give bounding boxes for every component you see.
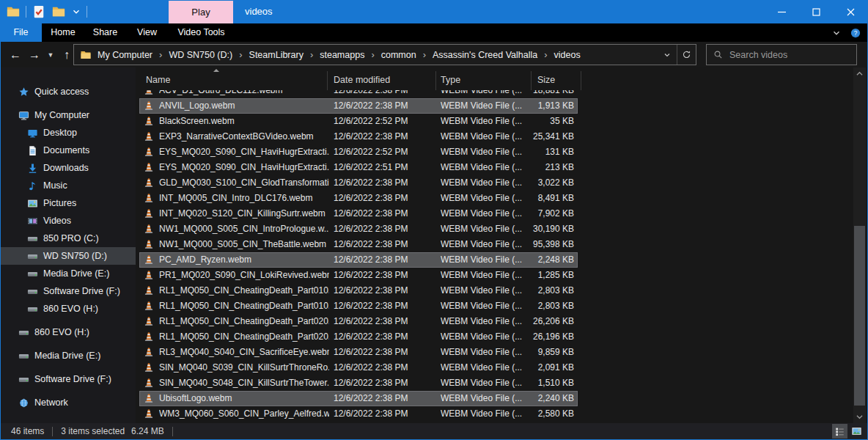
file-size: 1,913 KB: [506, 98, 574, 114]
breadcrumb-item[interactable]: SteamLibrary: [248, 50, 305, 60]
sidebar-item-860-evo-h[interactable]: 860 EVO (H:): [1, 323, 136, 341]
breadcrumb-item[interactable]: My Computer: [96, 50, 154, 60]
breadcrumb-separator-icon[interactable]: ›: [539, 49, 552, 60]
forward-arrow-icon[interactable]: →: [25, 42, 44, 67]
vertical-scrollbar[interactable]: [853, 67, 866, 423]
check-doc-icon[interactable]: [32, 4, 46, 20]
sidebar-item-label: Media Drive (E:): [34, 351, 100, 361]
folder-icon[interactable]: [6, 4, 21, 20]
sidebar-item-wd-sn750-d[interactable]: WD SN750 (D:): [1, 247, 136, 265]
sidebar-item-my-computer[interactable]: My Computer: [1, 106, 136, 124]
drive-icon: [18, 351, 29, 362]
sidebar-item-downloads[interactable]: Downloads: [1, 159, 136, 177]
folder-icon[interactable]: [51, 4, 66, 20]
address-bar[interactable]: My Computer›WD SN750 (D:)›SteamLibrary›s…: [73, 44, 696, 65]
file-row[interactable]: RL1_MQ050_CIN_CheatingDeath_Part020...12…: [139, 329, 578, 345]
file-row[interactable]: SIN_MQ040_S048_CIN_KillSurtrTheTower....…: [139, 375, 578, 391]
column-header-size[interactable]: Size: [532, 71, 581, 90]
tab-file[interactable]: File: [0, 23, 42, 42]
breadcrumb-separator-icon[interactable]: ›: [234, 49, 247, 60]
file-row[interactable]: WM3_MQ060_S060_CIN_Parley_Aelfred.w...12…: [139, 406, 578, 422]
file-row[interactable]: PC_AMD_Ryzen.webm12/6/2022 2:38 PMWEBM V…: [139, 252, 578, 268]
ribbon-collapse-chevron-icon[interactable]: [831, 28, 842, 38]
sidebar-item-860-evo-h[interactable]: 860 EVO (H:): [1, 300, 136, 318]
qat-customize-chevron-icon[interactable]: [71, 4, 81, 20]
search-box[interactable]: [706, 44, 857, 65]
scrollbar-thumb[interactable]: [854, 226, 865, 406]
sort-ascending-icon[interactable]: [213, 69, 219, 72]
file-row[interactable]: RL1_MQ050_CIN_CheatingDeath_Part010...12…: [139, 298, 578, 314]
file-row[interactable]: PR1_MQ020_S090_CIN_LokiRevived.webm12/6/…: [139, 268, 578, 283]
scroll-down-icon[interactable]: [853, 411, 866, 423]
maximize-button[interactable]: [799, 0, 834, 23]
tab-view[interactable]: View: [126, 23, 168, 42]
tab-share[interactable]: Share: [84, 23, 126, 42]
breadcrumb-separator-icon[interactable]: ›: [154, 49, 167, 60]
refresh-icon[interactable]: [677, 45, 696, 65]
selection-size: 6.24 MB: [131, 426, 164, 436]
file-row[interactable]: EYS_MQ020_S090_CIN_HaviHugrExtracti...12…: [139, 160, 578, 175]
breadcrumb-separator-icon[interactable]: ›: [366, 49, 379, 60]
file-row[interactable]: RL1_MQ050_CIN_CheatingDeath_Part020...12…: [139, 314, 578, 329]
file-row[interactable]: EXP3_NarrativeContextBGVideo.webm12/6/20…: [139, 129, 578, 144]
sidebar-item-label: Software Drive (F:): [43, 286, 120, 296]
minimize-button[interactable]: [765, 0, 799, 23]
sidebar-item-software-drive-f[interactable]: Software Drive (F:): [1, 282, 136, 300]
sidebar-item-label: Network: [34, 397, 68, 408]
file-date-modified: 12/6/2022 2:38 PM: [334, 360, 438, 375]
sidebar-item-network[interactable]: Network: [1, 394, 136, 411]
sidebar-item-label: WD SN750 (D:): [43, 251, 107, 261]
tab-video-tools[interactable]: Video Tools: [168, 23, 235, 42]
sidebar-item-quick-access[interactable]: Quick access: [1, 83, 136, 100]
address-dropdown-chevron-icon[interactable]: [658, 45, 677, 65]
star-icon: [18, 87, 29, 98]
file-row[interactable]: UbisoftLogo.webm12/6/2022 2:38 PMWEBM Vi…: [139, 391, 578, 406]
file-row[interactable]: SIN_MQ040_S039_CIN_KillSurtrThroneRo...1…: [139, 360, 578, 375]
column-header-date-modified[interactable]: Date modified: [328, 71, 436, 90]
sidebar-item-videos[interactable]: Videos: [1, 212, 136, 230]
back-arrow-icon[interactable]: ←: [6, 42, 25, 67]
close-button[interactable]: [834, 0, 868, 23]
recent-locations-chevron-icon[interactable]: ▼: [44, 42, 57, 67]
file-row[interactable]: RL3_MQ040_S040_CIN_SacrificeEye.webm12/6…: [139, 345, 578, 360]
details-view-icon[interactable]: [832, 424, 847, 439]
scroll-up-icon[interactable]: [853, 67, 866, 80]
file-row[interactable]: INT_MQ005_CIN_Intro_DLC176.webm12/6/2022…: [139, 191, 578, 206]
file-row[interactable]: GLD_MQ030_S100_CIN_GlodTransformati...12…: [139, 175, 578, 191]
file-name: EXP3_NarrativeContextBGVideo.webm: [159, 129, 329, 144]
breadcrumb-item[interactable]: Assassin's Creed Valhalla: [431, 50, 539, 60]
vlc-cone-icon: [144, 100, 154, 111]
breadcrumb-separator-icon[interactable]: ›: [305, 49, 318, 60]
thumbnail-view-icon[interactable]: [849, 424, 864, 439]
sidebar-item-music[interactable]: Music: [1, 177, 136, 194]
sidebar-item-850-pro-c[interactable]: 850 PRO (C:): [1, 230, 136, 247]
breadcrumb-item[interactable]: videos: [553, 50, 582, 60]
file-row[interactable]: ANVIL_Logo.webm12/6/2022 2:38 PMWEBM Vid…: [139, 98, 578, 114]
sidebar-item-desktop[interactable]: Desktop: [1, 124, 136, 142]
breadcrumb-item[interactable]: common: [380, 50, 418, 60]
file-row[interactable]: EYS_MQ020_S090_CIN_HaviHugrExtracti...12…: [139, 144, 578, 160]
search-input[interactable]: [729, 50, 850, 60]
help-icon[interactable]: ?: [850, 28, 861, 38]
sidebar-item-media-drive-e[interactable]: Media Drive (E:): [1, 347, 136, 364]
file-row[interactable]: BlackScreen.webm12/6/2022 2:52 PMWEBM Vi…: [139, 114, 578, 129]
file-row[interactable]: RL1_MQ050_CIN_CheatingDeath_Part010...12…: [139, 283, 578, 298]
file-row[interactable]: INT_MQ020_S120_CIN_KillingSurtr.webm12/6…: [139, 206, 578, 221]
sidebar-item-media-drive-e[interactable]: Media Drive (E:): [1, 265, 136, 282]
sidebar-item-software-drive-f[interactable]: Software Drive (F:): [1, 370, 136, 388]
column-header-name[interactable]: Name: [136, 71, 328, 90]
breadcrumb: My Computer›WD SN750 (D:)›SteamLibrary›s…: [96, 49, 658, 60]
breadcrumb-item[interactable]: WD SN750 (D:): [167, 50, 234, 60]
pictures-icon: [27, 198, 38, 209]
file-row[interactable]: ACV_D1_Outro_DLC112.webm12/6/2022 2:38 P…: [139, 90, 578, 98]
breadcrumb-item[interactable]: steamapps: [318, 50, 366, 60]
sidebar-item-documents[interactable]: Documents: [1, 142, 136, 159]
tab-home[interactable]: Home: [42, 23, 84, 42]
file-date-modified: 12/6/2022 2:38 PM: [334, 345, 438, 360]
contextual-tab-play[interactable]: Play: [169, 0, 233, 23]
sidebar-item-pictures[interactable]: Pictures: [1, 194, 136, 212]
column-header-type[interactable]: Type: [436, 71, 532, 90]
file-row[interactable]: NW1_MQ000_S005_CIN_IntroPrologue.w...12/…: [139, 221, 578, 237]
file-row[interactable]: NW1_MQ000_S005_CIN_TheBattle.webm12/6/20…: [139, 237, 578, 252]
breadcrumb-separator-icon[interactable]: ›: [418, 49, 431, 60]
